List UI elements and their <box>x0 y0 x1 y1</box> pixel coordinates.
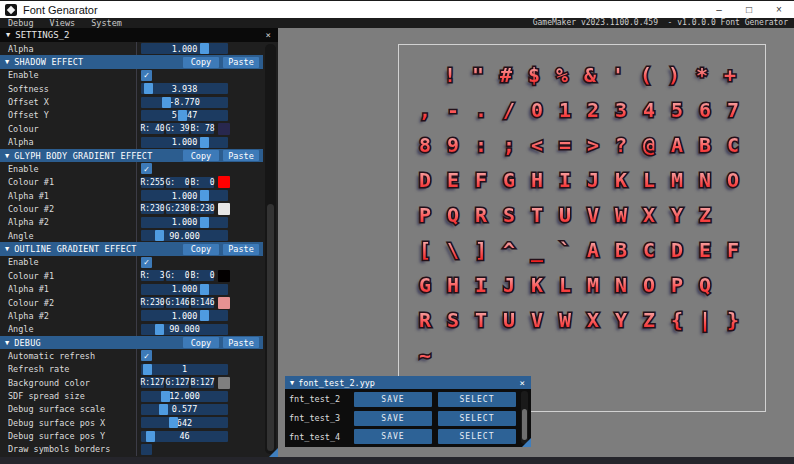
section-header[interactable]: ▼OUTLINE GRADIENT EFFECTCopyPaste <box>0 242 263 255</box>
collapse-arrow-icon[interactable]: ▼ <box>5 339 9 347</box>
value-slider[interactable]: 1.000 <box>141 43 228 54</box>
settings-scrollbar[interactable] <box>265 44 276 454</box>
checkbox[interactable] <box>141 257 152 268</box>
save-button[interactable]: SAVE <box>354 392 432 407</box>
color-swatch[interactable] <box>218 176 230 188</box>
paste-button[interactable]: Paste <box>223 150 259 161</box>
slider-handle[interactable] <box>200 137 209 148</box>
color-field-r[interactable]: R:255 <box>141 177 164 188</box>
select-button[interactable]: SELECT <box>438 392 516 407</box>
color-field-r[interactable]: R:230 <box>141 297 164 308</box>
color-swatch[interactable] <box>218 123 230 135</box>
project-scrollbar-thumb[interactable] <box>522 409 527 440</box>
select-button[interactable]: SELECT <box>438 411 516 426</box>
value-slider[interactable]: 1.000 <box>141 284 228 295</box>
value-slider[interactable]: 0.577 <box>141 404 228 415</box>
checkbox[interactable] <box>141 163 152 174</box>
color-field-r[interactable]: R: 3 <box>141 270 164 281</box>
value-slider[interactable]: -8.770 <box>141 97 228 108</box>
value-slider[interactable]: 12.000 <box>141 391 228 402</box>
checkbox[interactable] <box>141 444 152 455</box>
slider-handle[interactable] <box>161 391 170 402</box>
slider-handle[interactable] <box>178 110 187 121</box>
slider-handle[interactable] <box>162 97 171 108</box>
project-scrollbar[interactable] <box>521 391 528 444</box>
section-header[interactable]: ▼GLYPH BODY GRADIENT EFFECTCopyPaste <box>0 149 263 162</box>
collapse-arrow-icon[interactable]: ▼ <box>290 379 294 387</box>
close-button[interactable]: × <box>764 1 794 18</box>
slider-handle[interactable] <box>200 43 209 54</box>
slider-handle[interactable] <box>159 404 168 415</box>
color-field-r[interactable]: R:230 <box>141 203 164 214</box>
save-button[interactable]: SAVE <box>354 429 432 444</box>
value-slider[interactable]: 642 <box>141 417 228 428</box>
color-field-r[interactable]: R:127 <box>141 377 164 388</box>
value-slider[interactable]: 3.938 <box>141 83 228 94</box>
color-field-g[interactable]: G:230 <box>166 203 189 214</box>
color-field-b[interactable]: B:146 <box>191 297 214 308</box>
slider-handle[interactable] <box>143 364 152 375</box>
collapse-arrow-icon[interactable]: ▼ <box>5 245 9 253</box>
section-header[interactable]: ▼SHADOW EFFECTCopyPaste <box>0 55 263 68</box>
color-field-b[interactable]: B: 78 <box>191 123 214 134</box>
collapse-arrow-icon[interactable]: ▼ <box>5 152 9 160</box>
slider-handle[interactable] <box>200 190 209 201</box>
color-field-b[interactable]: B:127 <box>191 377 214 388</box>
paste-button[interactable]: Paste <box>223 337 259 348</box>
value-slider[interactable]: 46 <box>141 431 228 442</box>
copy-button[interactable]: Copy <box>183 57 219 68</box>
color-field-b[interactable]: B: 0 <box>191 177 214 188</box>
copy-button[interactable]: Copy <box>183 337 219 348</box>
slider-handle[interactable] <box>200 217 209 228</box>
project-panel-header[interactable]: ▼ font_test_2.yyp × <box>285 376 531 389</box>
slider-handle[interactable] <box>144 83 153 94</box>
value-slider[interactable]: 90.000 <box>141 230 228 241</box>
slider-handle[interactable] <box>169 417 178 428</box>
paste-button[interactable]: Paste <box>223 244 259 255</box>
color-field-r[interactable]: R: 40 <box>141 123 164 134</box>
paste-button[interactable]: Paste <box>223 57 259 68</box>
color-swatch[interactable] <box>218 203 230 215</box>
color-field-g[interactable]: G:127 <box>166 377 189 388</box>
minimize-button[interactable]: – <box>704 1 734 18</box>
color-field-g[interactable]: G: 0 <box>166 270 189 281</box>
value-slider[interactable]: 1 <box>141 364 228 375</box>
settings-panel-header[interactable]: ▼ SETTINGS_2 × <box>0 28 278 42</box>
value-slider[interactable]: 5.347 <box>141 110 228 121</box>
value-slider[interactable]: 90.000 <box>141 324 228 335</box>
project-resize-handle[interactable] <box>522 438 531 447</box>
copy-button[interactable]: Copy <box>183 244 219 255</box>
menu-item-system[interactable]: System <box>83 18 130 28</box>
checkbox[interactable] <box>141 70 152 81</box>
settings-scrollbar-thumb[interactable] <box>267 204 274 451</box>
slider-handle[interactable] <box>155 230 164 241</box>
settings-panel-close-icon[interactable]: × <box>266 30 271 40</box>
color-swatch[interactable] <box>218 270 230 282</box>
menu-item-views[interactable]: Views <box>42 18 84 28</box>
slider-handle[interactable] <box>200 284 209 295</box>
collapse-arrow-icon[interactable]: ▼ <box>6 31 10 39</box>
select-button[interactable]: SELECT <box>438 429 516 444</box>
value-slider[interactable]: 1.000 <box>141 217 228 228</box>
menu-item-debug[interactable]: Debug <box>0 18 42 28</box>
color-field-g[interactable]: G: 39 <box>166 123 189 134</box>
section-header[interactable]: ▼DEBUGCopyPaste <box>0 336 263 349</box>
maximize-button[interactable]: □ <box>734 1 764 18</box>
color-swatch[interactable] <box>218 377 230 389</box>
color-swatch[interactable] <box>218 297 230 309</box>
value-slider[interactable]: 1.000 <box>141 137 228 148</box>
copy-button[interactable]: Copy <box>183 150 219 161</box>
save-button[interactable]: SAVE <box>354 411 432 426</box>
color-field-g[interactable]: G: 0 <box>166 177 189 188</box>
settings-resize-handle[interactable] <box>269 448 278 457</box>
slider-handle[interactable] <box>146 431 155 442</box>
value-slider[interactable]: 1.000 <box>141 190 228 201</box>
slider-handle[interactable] <box>155 324 164 335</box>
color-field-b[interactable]: B:230 <box>191 203 214 214</box>
project-panel-close-icon[interactable]: × <box>520 378 525 388</box>
color-field-b[interactable]: B: 0 <box>191 270 214 281</box>
slider-handle[interactable] <box>200 310 209 321</box>
collapse-arrow-icon[interactable]: ▼ <box>5 58 9 66</box>
value-slider[interactable]: 1.000 <box>141 310 228 321</box>
checkbox[interactable] <box>141 350 152 361</box>
